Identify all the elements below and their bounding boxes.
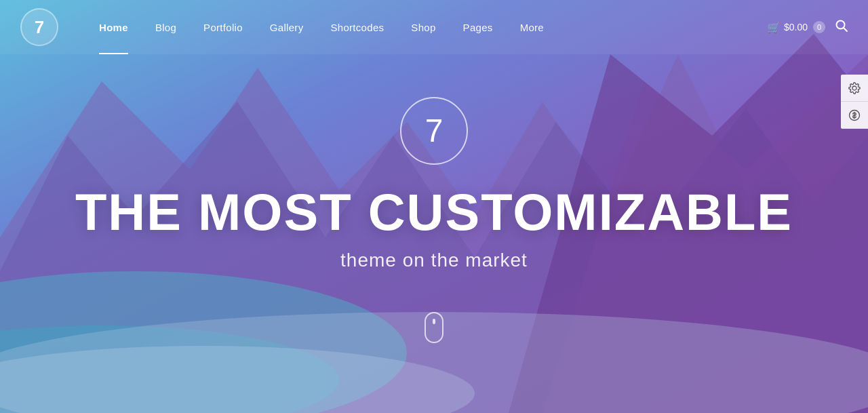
search-icon [835, 20, 848, 32]
nav-item-blog[interactable]: Blog [142, 0, 190, 54]
nav-item-more[interactable]: More [507, 0, 557, 54]
hero-section: 7 Home Blog Portfolio Gallery Shortcodes… [0, 0, 868, 413]
hero-content: 7 THE MOST CUSTOMIZABLE theme on the mar… [0, 0, 868, 413]
search-button[interactable] [835, 20, 848, 35]
logo-number: 7 [35, 17, 44, 38]
cart-button[interactable]: 🛒 $0.00 0 [767, 21, 825, 34]
nav-item-gallery[interactable]: Gallery [256, 0, 317, 54]
nav-item-portfolio[interactable]: Portfolio [190, 0, 256, 54]
nav-item-pages[interactable]: Pages [450, 0, 507, 54]
scroll-indicator [425, 312, 443, 343]
money-icon [848, 109, 861, 121]
navbar: 7 Home Blog Portfolio Gallery Shortcodes… [0, 0, 868, 54]
money-side-button[interactable] [841, 102, 868, 129]
cart-icon: 🛒 [767, 21, 781, 34]
nav-links: Home Blog Portfolio Gallery Shortcodes S… [85, 0, 767, 54]
hero-title: THE MOST CUSTOMIZABLE [75, 185, 793, 239]
hero-subtitle: theme on the market [340, 250, 528, 271]
nav-item-shop[interactable]: Shop [397, 0, 449, 54]
cart-count: 0 [813, 21, 825, 33]
hero-logo-circle: 7 [400, 97, 468, 165]
svg-line-10 [844, 28, 847, 31]
logo[interactable]: 7 [20, 8, 58, 46]
side-buttons [841, 75, 868, 129]
settings-icon [848, 82, 861, 94]
cart-amount: $0.00 [784, 22, 808, 33]
hero-logo-number: 7 [425, 112, 443, 149]
nav-item-home[interactable]: Home [85, 0, 142, 54]
settings-side-button[interactable] [841, 75, 868, 102]
nav-right: 🛒 $0.00 0 [767, 20, 848, 35]
nav-item-shortcodes[interactable]: Shortcodes [317, 0, 397, 54]
scroll-dot [433, 319, 435, 324]
